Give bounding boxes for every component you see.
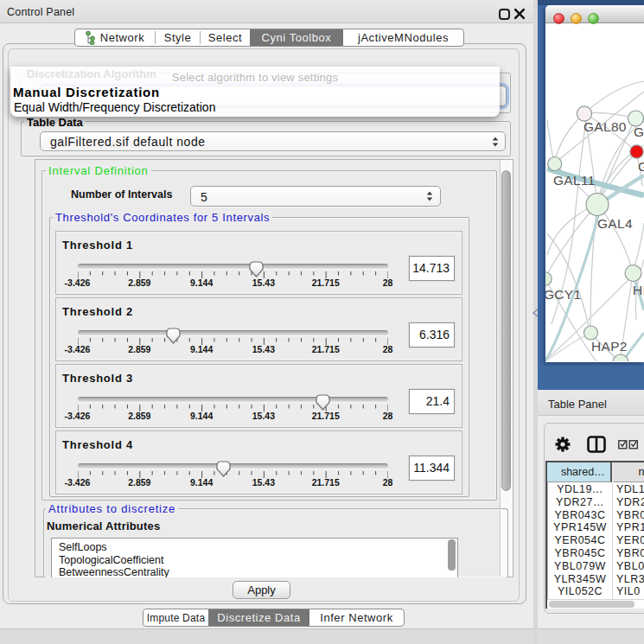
svg-text:GCY1: GCY1 bbox=[545, 287, 581, 302]
svg-text:GAL11: GAL11 bbox=[553, 173, 596, 188]
svg-text:GAL4: GAL4 bbox=[597, 216, 633, 231]
svg-text:HI: HI bbox=[633, 283, 644, 297]
svg-text:GA: GA bbox=[634, 124, 644, 139]
svg-text:GA: GA bbox=[638, 159, 644, 174]
svg-text:GAL80: GAL80 bbox=[583, 119, 627, 134]
svg-text:HAP2: HAP2 bbox=[591, 339, 628, 354]
